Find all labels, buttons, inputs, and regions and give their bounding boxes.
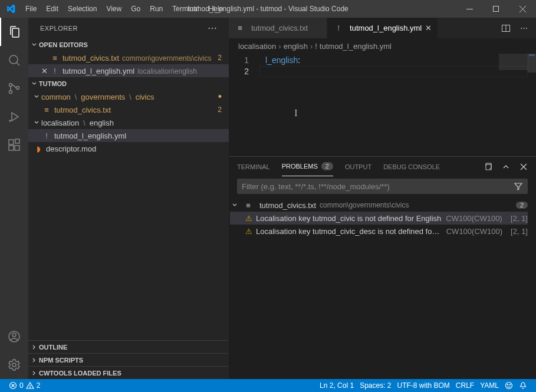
- menu-go[interactable]: Go: [126, 0, 145, 18]
- file-yaml-icon: !: [315, 42, 317, 51]
- status-encoding[interactable]: UTF-8 with BOM: [394, 381, 453, 390]
- tree-file[interactable]: ≡ tutmod_civics.txt 2: [28, 103, 229, 116]
- section-open-editors[interactable]: OPEN EDITORS: [28, 38, 229, 51]
- activity-settings[interactable]: [0, 351, 28, 379]
- status-eol[interactable]: CRLF: [453, 381, 477, 390]
- code-editor[interactable]: 1 2 l_english:: [229, 54, 536, 156]
- panel-tab-debug[interactable]: DEBUG CONSOLE: [383, 157, 440, 176]
- tree-file[interactable]: ◗ descriptor.mod: [28, 142, 229, 155]
- maximize-button[interactable]: [483, 0, 509, 18]
- file-yaml-icon: !: [333, 24, 344, 32]
- menu-edit[interactable]: Edit: [41, 0, 63, 18]
- open-editor-item[interactable]: ≡ tutmod_civics.txt common\governments\c…: [28, 51, 229, 64]
- chevron-down-icon: [32, 93, 41, 100]
- minimize-button[interactable]: [456, 0, 483, 18]
- status-problems[interactable]: 0 2: [6, 379, 43, 392]
- svg-rect-10: [15, 139, 19, 143]
- menu-terminal[interactable]: Terminal: [167, 0, 203, 18]
- chevron-down-icon: [32, 119, 41, 126]
- svg-rect-9: [15, 146, 19, 150]
- more-actions-icon[interactable]: ⋯: [517, 22, 530, 35]
- activity-scm[interactable]: [0, 74, 28, 103]
- activitybar: [0, 18, 28, 379]
- chevron-right-icon: [29, 344, 39, 351]
- svg-point-3: [9, 84, 12, 87]
- problems-list: ≡ tutmod_civics.txt common\governments\c…: [229, 199, 536, 379]
- problems-filter[interactable]: [237, 179, 528, 194]
- chevron-right-icon: [29, 357, 39, 364]
- tab-actions: ⋯: [494, 18, 536, 38]
- split-editor-icon[interactable]: [499, 22, 512, 35]
- bottom-panel: TERMINAL PROBLEMS 2 OUTPUT DEBUG CONSOLE: [229, 156, 536, 379]
- section-cwtools[interactable]: CWTOOLS LOADED FILES: [28, 366, 229, 379]
- svg-point-22: [509, 384, 510, 385]
- filter-icon[interactable]: [514, 182, 523, 191]
- status-feedback-icon[interactable]: [502, 381, 516, 390]
- panel-restore-icon[interactable]: [484, 163, 492, 171]
- breadcrumb-item[interactable]: english: [284, 42, 308, 51]
- svg-point-12: [12, 333, 16, 337]
- svg-rect-0: [466, 9, 473, 9]
- tree-folder[interactable]: common\governments\civics •: [28, 90, 229, 103]
- close-editor-icon[interactable]: ✕: [39, 67, 50, 75]
- section-npm[interactable]: NPM SCRIPTS: [28, 353, 229, 366]
- section-outline[interactable]: OUTLINE: [28, 340, 229, 353]
- problem-row[interactable]: ⚠ Localisation key tutmod_civic is not d…: [230, 212, 528, 225]
- statusbar: 0 2 Ln 2, Col 1 Spaces: 2 UTF-8 with BOM…: [0, 379, 536, 392]
- editor-tab[interactable]: ! tutmod_l_english.yml ✕: [327, 18, 438, 38]
- menu-view[interactable]: View: [101, 0, 126, 18]
- activity-account[interactable]: [0, 322, 28, 351]
- code-content: l_english:: [265, 55, 300, 66]
- panel-tab-output[interactable]: OUTPUT: [345, 157, 371, 176]
- menu-file[interactable]: File: [21, 0, 41, 18]
- breadcrumb-item[interactable]: tutmod_l_english.yml: [320, 42, 392, 51]
- svg-point-19: [29, 387, 30, 388]
- panel-tab-terminal[interactable]: TERMINAL: [237, 157, 270, 176]
- svg-point-4: [9, 91, 12, 94]
- activity-extensions[interactable]: [0, 131, 28, 159]
- vscode-logo-icon: [0, 4, 21, 14]
- tab-close-icon[interactable]: ✕: [425, 24, 432, 32]
- panel-tab-problems[interactable]: PROBLEMS 2: [282, 157, 333, 176]
- breadcrumb-item[interactable]: localisation: [238, 42, 276, 51]
- activity-debug[interactable]: [0, 103, 28, 131]
- status-language[interactable]: YAML: [477, 381, 502, 390]
- chevron-right-icon: [29, 370, 39, 377]
- file-yaml-icon: !: [50, 67, 60, 75]
- chevron-down-icon: [230, 202, 239, 209]
- chevron-right-icon: ›: [310, 42, 313, 51]
- activity-explorer[interactable]: [0, 18, 28, 46]
- panel-maximize-icon[interactable]: [502, 163, 510, 171]
- line-gutter: 1 2: [229, 54, 259, 77]
- tree-folder[interactable]: localisation\english: [28, 116, 229, 129]
- activity-search[interactable]: [0, 46, 28, 74]
- svg-rect-7: [9, 140, 14, 144]
- window-controls: [456, 0, 536, 18]
- status-line-col[interactable]: Ln 2, Col 1: [317, 381, 357, 390]
- svg-rect-1: [494, 6, 499, 11]
- breadcrumbs[interactable]: localisation › english › ! tutmod_l_engl…: [229, 38, 536, 54]
- menu-help[interactable]: Help: [204, 0, 228, 18]
- sidebar-title: EXPLORER: [40, 25, 78, 32]
- tree-file[interactable]: ! tutmod_l_english.yml: [28, 129, 229, 142]
- problems-group[interactable]: ≡ tutmod_civics.txt common\governments\c…: [230, 199, 528, 212]
- scrollbar[interactable]: [528, 54, 536, 156]
- panel-close-icon[interactable]: [519, 163, 528, 171]
- menu-run[interactable]: Run: [145, 0, 167, 18]
- problem-row[interactable]: ⚠ Localisation key tutmod_civic_desc is …: [230, 225, 528, 238]
- sidebar-more-icon[interactable]: ⋯: [208, 22, 217, 34]
- file-mod-icon: ◗: [33, 144, 44, 153]
- status-bell-icon[interactable]: [516, 381, 530, 390]
- minimap[interactable]: [507, 54, 536, 156]
- close-button[interactable]: [509, 0, 536, 18]
- menu-selection[interactable]: Selection: [63, 0, 101, 18]
- svg-rect-16: [486, 164, 491, 170]
- filter-input[interactable]: [242, 182, 514, 191]
- file-text-icon: ≡: [41, 106, 52, 114]
- open-editor-item[interactable]: ✕ ! tutmod_l_english.yml localisation\en…: [28, 64, 229, 77]
- svg-point-5: [17, 87, 19, 90]
- editor-tab[interactable]: ≡ tutmod_civics.txt: [229, 18, 327, 38]
- section-folder[interactable]: TUTMOD: [28, 77, 229, 90]
- status-spaces[interactable]: Spaces: 2: [357, 381, 394, 390]
- svg-point-2: [9, 55, 18, 64]
